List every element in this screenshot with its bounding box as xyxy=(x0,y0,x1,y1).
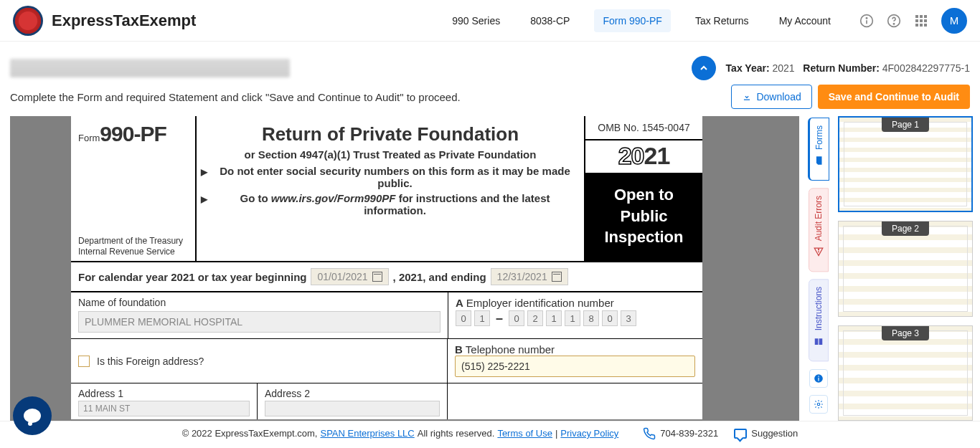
thumb-page-3[interactable]: Page 3 xyxy=(838,325,973,421)
form-number: 990-PF xyxy=(100,122,166,146)
save-continue-button[interactable]: Save and Continue to Audit xyxy=(818,85,970,109)
form-word: Form xyxy=(78,133,100,143)
logo-icon xyxy=(13,6,43,36)
subband: Tax Year: 2021 Return Number: 4F00284229… xyxy=(0,42,980,85)
foundation-name-input[interactable] xyxy=(78,311,440,333)
nav-my-account[interactable]: My Account xyxy=(773,11,837,31)
rail-info-icon[interactable] xyxy=(809,369,828,388)
nav-8038-cp[interactable]: 8038-CP xyxy=(524,11,575,31)
brand-name: ExpressTaxExempt xyxy=(52,11,196,30)
side-panel: Forms Audit Errors Instructions Page 1 xyxy=(799,116,980,421)
calendar-icon xyxy=(552,272,562,282)
form-subtitle: or Section 4947(a)(1) Trust Treated as P… xyxy=(201,148,580,161)
department-text: Department of the Treasury Internal Reve… xyxy=(78,236,188,258)
calendar-icon xyxy=(372,272,382,282)
download-button[interactable]: Download xyxy=(731,85,811,109)
side-rail: Forms Audit Errors Instructions xyxy=(806,116,831,421)
telephone-input[interactable] xyxy=(455,356,695,377)
footer-right: 704-839-2321 Suggestion xyxy=(643,427,798,440)
chat-widget-button[interactable] xyxy=(13,396,52,435)
foreign-address-checkbox[interactable] xyxy=(78,356,90,367)
open-to-public: Open to Public Inspection xyxy=(585,174,702,261)
footer: © 2022 ExpressTaxExempt.com, SPAN Enterp… xyxy=(0,421,980,445)
suggestion-icon xyxy=(734,429,747,439)
ein-input[interactable]: 0 1 – 0 2 1 1 8 0 3 xyxy=(456,310,695,326)
return-number-value: 4F002842297775-1 xyxy=(882,62,970,74)
help-icon[interactable] xyxy=(887,14,901,28)
omb-number: OMB No. 1545-0047 xyxy=(585,116,702,140)
nav-tax-returns[interactable]: Tax Returns xyxy=(689,11,755,31)
name-of-foundation-label: Name of foundation xyxy=(78,297,440,308)
thumb-page-1[interactable]: Page 1 xyxy=(838,116,973,212)
info-icon[interactable] xyxy=(859,14,874,28)
address-2-input[interactable] xyxy=(265,401,440,416)
instruction-text: Complete the Form and required Statement… xyxy=(10,91,461,103)
support-phone: 704-839-2321 xyxy=(660,428,718,439)
privacy-link[interactable]: Privacy Policy xyxy=(560,428,618,439)
thumb-page-2[interactable]: Page 2 xyxy=(838,221,973,317)
page-thumbnails: Page 1 Page 2 Page 3 xyxy=(838,116,973,421)
svg-point-10 xyxy=(817,403,820,406)
brand-area: ExpressTaxExempt xyxy=(13,6,196,36)
rail-tab-forms[interactable]: Forms xyxy=(808,118,829,181)
scroll-top-button[interactable] xyxy=(692,56,716,80)
phone-icon xyxy=(643,427,656,440)
svg-rect-8 xyxy=(818,378,819,381)
telephone-label: BTelephone number xyxy=(455,343,695,356)
meta-and-scroll: Tax Year: 2021 Return Number: 4F00284229… xyxy=(692,56,970,80)
nav-990-series[interactable]: 990 Series xyxy=(446,11,506,31)
apps-grid-icon[interactable] xyxy=(914,14,928,28)
header: ExpressTaxExempt 990 Series 8038-CP Form… xyxy=(0,0,980,42)
tax-year-label: Tax Year: xyxy=(726,62,770,74)
address-1-input[interactable] xyxy=(78,401,250,416)
date-end-input[interactable]: 12/31/2021 xyxy=(491,268,568,285)
action-buttons: Download Save and Continue to Audit xyxy=(731,85,970,109)
ein-label: AEmployer identification number xyxy=(456,297,695,309)
rail-tab-audit-errors[interactable]: Audit Errors xyxy=(809,188,829,272)
form-viewer[interactable]: Form990-PF Department of the Treasury In… xyxy=(10,116,799,421)
date-begin-input[interactable]: 01/01/2021 xyxy=(311,268,388,285)
svg-point-4 xyxy=(893,23,894,24)
instruction-row: Complete the Form and required Statement… xyxy=(0,85,980,116)
rail-tab-instructions[interactable]: Instructions xyxy=(809,279,829,361)
save-continue-label: Save and Continue to Audit xyxy=(829,91,959,103)
address-1-label: Address 1 xyxy=(78,388,250,399)
address-2-label: Address 2 xyxy=(265,388,440,399)
body: Form990-PF Department of the Treasury In… xyxy=(0,116,980,421)
form-title: Return of Private Foundation xyxy=(201,123,580,146)
span-enterprises-link[interactable]: SPAN Enterprises LLC xyxy=(320,428,414,439)
svg-point-6 xyxy=(818,249,819,249)
page-title-area xyxy=(10,59,290,77)
avatar[interactable]: M xyxy=(941,8,967,34)
nav: 990 Series 8038-CP Form 990-PF Tax Retur… xyxy=(446,8,967,34)
form-instructions-link: ▶Go to www.irs.gov/Form990PF for instruc… xyxy=(201,192,580,216)
form-warning: ▶Do not enter social security numbers on… xyxy=(201,165,580,189)
tax-meta: Tax Year: 2021 Return Number: 4F00284229… xyxy=(726,62,970,74)
svg-point-2 xyxy=(866,17,867,18)
download-label: Download xyxy=(756,91,801,103)
rail-settings-icon[interactable] xyxy=(809,395,828,414)
chat-icon xyxy=(24,409,41,423)
tax-year-big: 2021 xyxy=(585,140,702,174)
tax-year-value: 2021 xyxy=(772,62,794,74)
calendar-year-row: For calendar year 2021 or tax year begin… xyxy=(71,262,702,292)
nav-icons: M xyxy=(859,8,967,34)
page-title-redacted xyxy=(10,59,290,77)
footer-copyright: © 2022 ExpressTaxExempt.com, SPAN Enterp… xyxy=(182,428,619,439)
nav-form-990-pf[interactable]: Form 990-PF xyxy=(594,9,670,32)
return-number-label: Return Number: xyxy=(803,62,880,74)
suggestion-link[interactable]: Suggestion xyxy=(734,428,798,439)
terms-link[interactable]: Terms of Use xyxy=(497,428,552,439)
foreign-address-label: Is this Foreign address? xyxy=(97,356,204,367)
svg-point-9 xyxy=(818,376,819,377)
form-page: Form990-PF Department of the Treasury In… xyxy=(71,116,702,419)
